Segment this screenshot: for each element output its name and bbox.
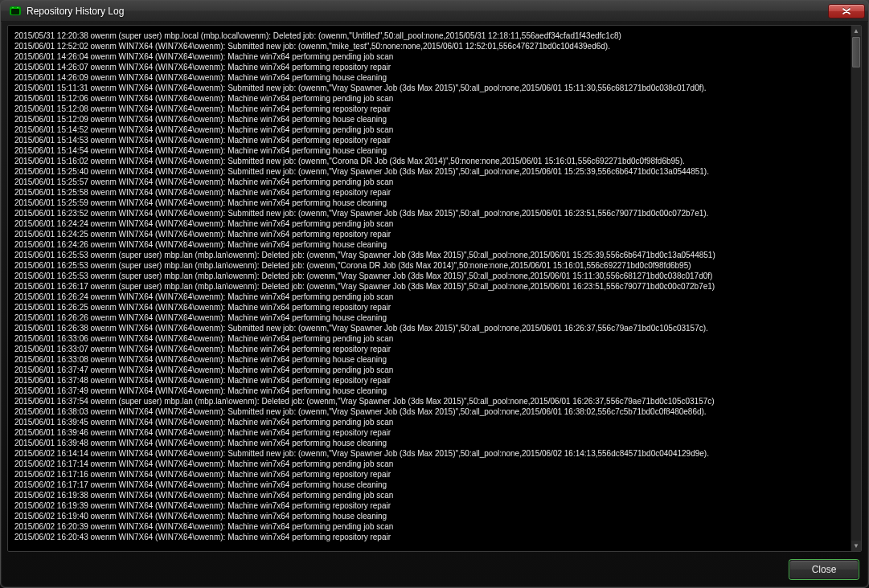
- svg-point-2: [12, 6, 13, 7]
- log-line: 2015/06/01 16:26:26 owenm WIN7X64 (WIN7X…: [14, 312, 844, 323]
- log-line: 2015/06/01 16:24:24 owenm WIN7X64 (WIN7X…: [14, 218, 844, 229]
- log-line: 2015/06/01 16:25:53 owenm (super user) m…: [14, 250, 844, 260]
- log-line: 2015/06/02 16:17:17 owenm WIN7X64 (WIN7X…: [14, 480, 844, 490]
- svg-point-3: [17, 6, 18, 7]
- log-line: 2015/06/01 14:26:04 owenm WIN7X64 (WIN7X…: [14, 51, 844, 62]
- scrollbar-down-arrow-icon[interactable]: ▼: [851, 541, 861, 551]
- log-line: 2015/06/01 16:24:26 owenm WIN7X64 (WIN7X…: [14, 239, 844, 250]
- log-line: 2015/06/01 16:25:53 owenm (super user) m…: [14, 271, 844, 281]
- log-line: 2015/06/01 16:23:52 owenm WIN7X64 (WIN7X…: [14, 208, 844, 218]
- window-title: Repository History Log: [27, 6, 828, 17]
- log-line: 2015/06/01 15:14:54 owenm WIN7X64 (WIN7X…: [14, 145, 844, 156]
- log-line: 2015/06/01 15:14:52 owenm WIN7X64 (WIN7X…: [14, 125, 844, 135]
- log-line: 2015/06/01 16:26:17 owenm (super user) m…: [14, 281, 844, 292]
- log-line: 2015/06/02 16:20:39 owenm WIN7X64 (WIN7X…: [14, 521, 844, 532]
- log-line: 2015/06/01 15:12:06 owenm WIN7X64 (WIN7X…: [14, 93, 844, 104]
- vertical-scrollbar[interactable]: ▲ ▼: [851, 26, 861, 551]
- log-line: 2015/05/31 12:20:38 owenm (super user) m…: [14, 31, 844, 41]
- log-line: 2015/06/01 16:26:25 owenm WIN7X64 (WIN7X…: [14, 302, 844, 312]
- log-line: 2015/06/01 16:37:47 owenm WIN7X64 (WIN7X…: [14, 365, 844, 375]
- log-line: 2015/06/01 15:25:58 owenm WIN7X64 (WIN7X…: [14, 187, 844, 198]
- log-line: 2015/06/02 16:17:16 owenm WIN7X64 (WIN7X…: [14, 469, 844, 480]
- log-line: 2015/06/01 15:11:31 owenm WIN7X64 (WIN7X…: [14, 83, 844, 93]
- svg-rect-1: [11, 9, 19, 14]
- log-line: 2015/06/02 16:19:39 owenm WIN7X64 (WIN7X…: [14, 500, 844, 511]
- log-panel: 2015/05/31 12:20:38 owenm (super user) m…: [7, 25, 862, 552]
- scrollbar-up-arrow-icon[interactable]: ▲: [851, 26, 861, 36]
- titlebar: Repository History Log: [1, 1, 868, 22]
- log-line: 2015/06/01 15:25:40 owenm WIN7X64 (WIN7X…: [14, 166, 844, 177]
- app-icon: [9, 5, 22, 18]
- log-line: 2015/06/01 16:39:46 owenm WIN7X64 (WIN7X…: [14, 427, 844, 438]
- log-line: 2015/06/02 16:17:14 owenm WIN7X64 (WIN7X…: [14, 459, 844, 469]
- dialog-buttons: Close: [789, 560, 859, 579]
- log-line: 2015/06/01 15:12:08 owenm WIN7X64 (WIN7X…: [14, 104, 844, 114]
- log-line: 2015/06/01 16:25:53 owenm (super user) m…: [14, 260, 844, 271]
- log-line: 2015/06/01 16:37:49 owenm WIN7X64 (WIN7X…: [14, 386, 844, 396]
- log-line: 2015/06/01 16:24:25 owenm WIN7X64 (WIN7X…: [14, 229, 844, 239]
- log-line: 2015/06/01 16:38:03 owenm WIN7X64 (WIN7X…: [14, 406, 844, 417]
- log-line: 2015/06/01 16:26:38 owenm WIN7X64 (WIN7X…: [14, 323, 844, 333]
- log-line: 2015/06/01 16:39:45 owenm WIN7X64 (WIN7X…: [14, 417, 844, 427]
- log-line: 2015/06/01 14:26:07 owenm WIN7X64 (WIN7X…: [14, 62, 844, 72]
- close-button[interactable]: Close: [789, 560, 859, 579]
- log-line: 2015/06/01 15:25:57 owenm WIN7X64 (WIN7X…: [14, 177, 844, 187]
- scrollbar-thumb[interactable]: [852, 37, 860, 67]
- log-line: 2015/06/01 15:12:09 owenm WIN7X64 (WIN7X…: [14, 114, 844, 125]
- log-line: 2015/06/01 16:33:08 owenm WIN7X64 (WIN7X…: [14, 354, 844, 365]
- log-text-area[interactable]: 2015/05/31 12:20:38 owenm (super user) m…: [8, 26, 851, 551]
- log-line: 2015/06/02 16:19:40 owenm WIN7X64 (WIN7X…: [14, 511, 844, 521]
- window-close-button[interactable]: [828, 4, 865, 18]
- log-line: 2015/06/01 16:37:54 owenm (super user) m…: [14, 396, 844, 406]
- log-line: 2015/06/01 15:14:53 owenm WIN7X64 (WIN7X…: [14, 135, 844, 145]
- log-line: 2015/06/01 15:16:02 owenm WIN7X64 (WIN7X…: [14, 156, 844, 166]
- log-line: 2015/06/01 12:52:02 owenm WIN7X64 (WIN7X…: [14, 41, 844, 51]
- log-line: 2015/06/01 16:26:24 owenm WIN7X64 (WIN7X…: [14, 292, 844, 302]
- log-line: 2015/06/02 16:20:43 owenm WIN7X64 (WIN7X…: [14, 532, 844, 542]
- log-line: 2015/06/01 15:25:59 owenm WIN7X64 (WIN7X…: [14, 198, 844, 208]
- log-line: 2015/06/01 16:39:48 owenm WIN7X64 (WIN7X…: [14, 438, 844, 448]
- log-line: 2015/06/02 16:19:38 owenm WIN7X64 (WIN7X…: [14, 490, 844, 500]
- log-line: 2015/06/01 16:33:06 owenm WIN7X64 (WIN7X…: [14, 333, 844, 344]
- log-line: 2015/06/01 14:26:09 owenm WIN7X64 (WIN7X…: [14, 72, 844, 83]
- log-line: 2015/06/02 16:14:14 owenm WIN7X64 (WIN7X…: [14, 448, 844, 459]
- log-line: 2015/06/01 16:33:07 owenm WIN7X64 (WIN7X…: [14, 344, 844, 354]
- log-line: 2015/06/01 16:37:48 owenm WIN7X64 (WIN7X…: [14, 375, 844, 386]
